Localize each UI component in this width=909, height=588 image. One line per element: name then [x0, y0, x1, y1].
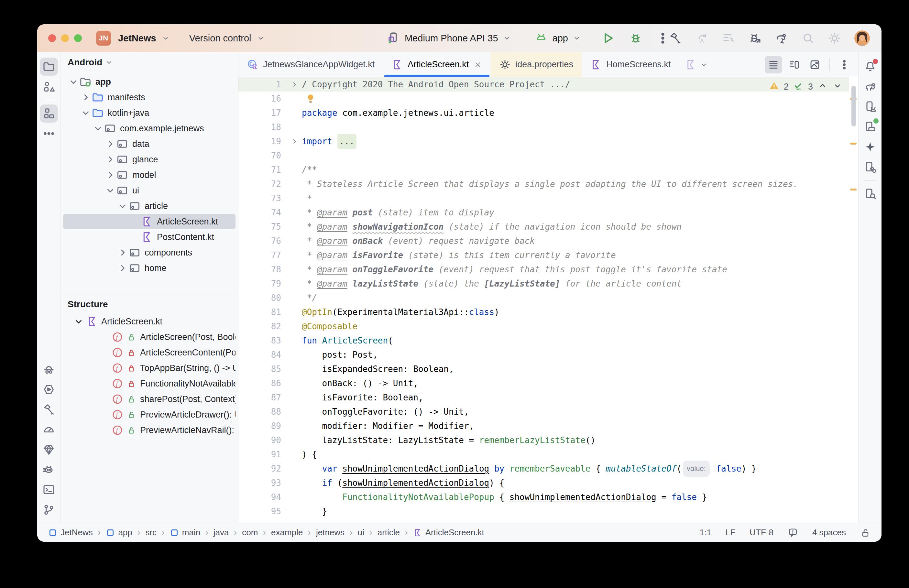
tree-item-app[interactable]: app — [63, 74, 236, 90]
line-number[interactable]: 89 — [238, 419, 287, 433]
code-line-70[interactable]: 70 — [238, 149, 849, 163]
code-line-83[interactable]: 83fun ArticleScreen( — [238, 333, 849, 348]
breadcrumb-com[interactable]: com — [242, 528, 258, 538]
code-line-19[interactable]: 19import ... — [238, 134, 849, 149]
code-line-90[interactable]: 90 lazyListState: LazyListState = rememb… — [238, 433, 849, 447]
code-line-89[interactable]: 89 modifier: Modifier = Modifier, — [238, 419, 849, 433]
code-line-88[interactable]: 88 onToggleFavorite: () -> Unit, — [238, 405, 849, 419]
code-line-79[interactable]: 79 * @param lazyListState (state) the [L… — [238, 276, 849, 291]
tree-item-home[interactable]: home — [63, 260, 236, 276]
structure-item[interactable]: fPreviewArticleDrawer(): Unit — [63, 407, 236, 422]
code-line-77[interactable]: 77 * @param isFavorite (state) is this i… — [238, 248, 849, 262]
status-1-1[interactable]: 1:1 — [700, 528, 711, 538]
project-folder-button[interactable] — [40, 58, 58, 76]
status-lf[interactable]: LF — [726, 528, 735, 538]
profiler-lines-icon[interactable] — [722, 31, 735, 45]
tree-item-com-example-jetnews[interactable]: com.example.jetnews — [63, 121, 236, 136]
code-line-76[interactable]: 76 * @param onBack (event) request navig… — [238, 234, 849, 248]
intention-lightbulb-icon[interactable] — [305, 93, 316, 104]
status-utf-8[interactable]: UTF-8 — [749, 528, 773, 538]
line-number[interactable]: 73 — [238, 191, 287, 205]
code-line-95[interactable]: 95 } — [238, 504, 849, 519]
code-line-80[interactable]: 80 */ — [238, 291, 849, 305]
line-number[interactable]: 71 — [238, 163, 287, 177]
vcs-menu[interactable]: Version control — [189, 33, 251, 44]
tree-item-data[interactable]: data — [63, 136, 236, 152]
breadcrumb-article[interactable]: article — [378, 528, 400, 538]
line-number[interactable]: 70 — [238, 149, 287, 163]
device-mirror-link-button[interactable] — [861, 158, 879, 176]
structure-item[interactable]: fArticleScreenContent(Post, () — [63, 345, 236, 360]
editor-tab-articlescreen-kt[interactable]: ArticleScreen.kt — [383, 52, 491, 77]
breadcrumb-jetnews[interactable]: jetnews — [316, 528, 344, 538]
code-line-94[interactable]: 94 FunctionalityNotAvailablePopup { show… — [238, 490, 849, 504]
chevron-down-icon[interactable] — [573, 34, 581, 42]
status-4-spaces[interactable]: 4 spaces — [812, 528, 846, 538]
project-name[interactable]: JetNews — [118, 33, 156, 44]
chevron-down-icon[interactable] — [92, 123, 104, 134]
chevron-down-icon[interactable] — [73, 316, 84, 327]
more-horizontal-button[interactable] — [40, 124, 58, 143]
inspections-passed-icon[interactable] — [793, 81, 804, 93]
unlock-icon[interactable] — [860, 528, 870, 538]
logcat-cat-button[interactable] — [40, 460, 58, 479]
line-number[interactable]: 82 — [238, 319, 287, 333]
code-line-92[interactable]: 92 var showUnimplementedActionDialog by … — [238, 462, 849, 476]
profiler-gauge-button[interactable] — [40, 420, 58, 439]
line-number[interactable]: 79 — [238, 276, 287, 291]
terminal-button[interactable] — [40, 481, 58, 499]
structure-item[interactable]: fTopAppBar(String, () -> Unit, — [63, 360, 236, 376]
warning-stripe-mark[interactable] — [850, 143, 857, 145]
line-number[interactable]: 80 — [238, 291, 287, 305]
structure-item[interactable]: fPreviewArticleNavRail(): Unit — [63, 422, 236, 438]
git-branch-button[interactable] — [40, 501, 58, 519]
line-number[interactable]: 16 — [238, 92, 287, 106]
breadcrumb-articlescreen-kt[interactable]: ArticleScreen.kt — [413, 528, 484, 538]
build-hammer-button[interactable] — [40, 401, 58, 418]
line-number[interactable]: 95 — [238, 504, 287, 519]
chevron-down-icon[interactable] — [503, 34, 511, 42]
app-inspection-incognito-button[interactable] — [40, 360, 58, 378]
refactor-icon[interactable]: A — [695, 31, 709, 45]
code-line-91[interactable]: 91) { — [238, 447, 849, 462]
scrollbar-thumb[interactable] — [851, 86, 856, 126]
split-view-button[interactable] — [785, 56, 803, 73]
line-number[interactable]: 90 — [238, 433, 287, 447]
line-number[interactable]: 17 — [238, 106, 287, 120]
breadcrumb-ui[interactable]: ui — [358, 528, 364, 538]
line-number[interactable]: 75 — [238, 220, 287, 234]
design-view-button[interactable] — [806, 56, 823, 73]
chevron-down-icon[interactable] — [257, 34, 265, 42]
gemini-sparkle-button[interactable] — [861, 138, 879, 156]
tree-item-kotlin-java[interactable]: kotlin+java — [63, 105, 236, 121]
tree-item-manifests[interactable]: manifests — [63, 90, 236, 105]
line-number[interactable]: 74 — [238, 205, 287, 220]
gradle-sync-icon[interactable] — [775, 31, 788, 45]
line-number[interactable]: 81 — [238, 305, 287, 319]
structure-root[interactable]: ArticleScreen.kt — [63, 314, 236, 329]
next-problem-icon[interactable] — [832, 81, 843, 93]
breadcrumb-example[interactable]: example — [271, 528, 303, 538]
line-number[interactable]: 72 — [238, 177, 287, 191]
breadcrumb-app[interactable]: app — [106, 528, 132, 538]
tree-item-model[interactable]: model — [63, 167, 236, 183]
chevron-down-icon[interactable] — [117, 200, 128, 212]
chevron-down-icon[interactable] — [68, 76, 79, 88]
breadcrumb-java[interactable]: java — [213, 528, 229, 538]
structure-item[interactable]: fFunctionalityNotAvailablePop — [63, 376, 236, 391]
line-number[interactable]: 18 — [238, 120, 287, 134]
code-line-87[interactable]: 87 isFavorite: Boolean, — [238, 390, 849, 405]
warning-stripe-mark[interactable] — [850, 189, 857, 191]
tree-item-glance[interactable]: glance — [63, 152, 236, 167]
more-options-kebab-icon[interactable] — [656, 31, 670, 45]
chevron-right-icon[interactable] — [80, 92, 92, 103]
chevron-down-icon[interactable] — [80, 107, 92, 119]
line-number[interactable]: 77 — [238, 248, 287, 262]
previous-problem-icon[interactable] — [817, 81, 828, 93]
layout-inspector-button[interactable] — [861, 185, 879, 203]
line-number[interactable]: 93 — [238, 476, 287, 490]
code-line-73[interactable]: 73 * — [238, 191, 849, 205]
editor-tab-homescreens-kt[interactable]: HomeScreens.kt — [582, 52, 679, 77]
minimize-window-button[interactable] — [61, 34, 69, 42]
chevron-right-icon[interactable] — [117, 262, 128, 274]
